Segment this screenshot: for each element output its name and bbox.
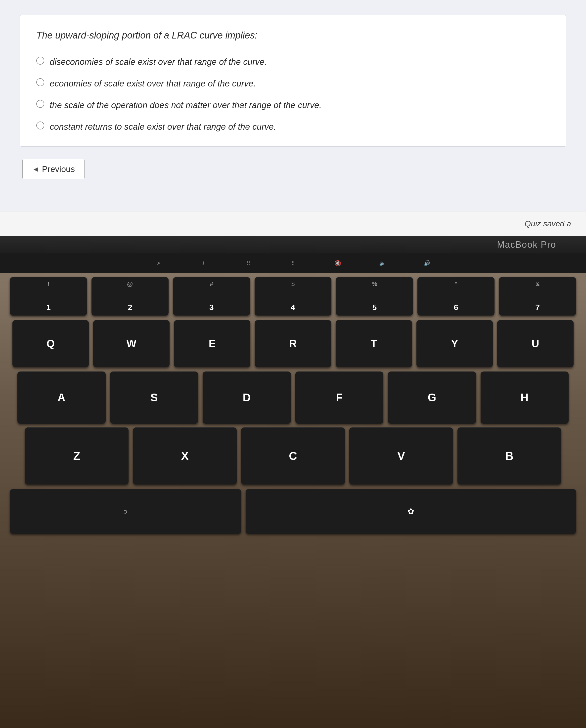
macbook-bezel: MacBook Pro (0, 236, 586, 254)
touchbar-mute[interactable]: 🔇 (328, 257, 348, 269)
key-7-symbol: & (499, 281, 576, 287)
option-label-1: diseconomies of scale exist over that ra… (50, 56, 267, 68)
key-q[interactable]: Q (13, 320, 89, 367)
key-5-number: 5 (336, 303, 413, 312)
key-1[interactable]: ! 1 (10, 277, 87, 316)
key-2-number: 2 (92, 303, 169, 312)
question-text: The upward-sloping portion of a LRAC cur… (36, 29, 550, 42)
key-6-number: 6 (417, 303, 494, 312)
key-e[interactable]: E (174, 320, 250, 367)
keyboard-row-numbers: ! 1 @ 2 # 3 $ 4 % 5 ^ 6 & 7 (0, 277, 586, 316)
question-container: The upward-sloping portion of a LRAC cur… (20, 15, 566, 147)
key-v[interactable]: V (349, 427, 453, 485)
key-2-symbol: @ (92, 281, 169, 287)
option-label-3: the scale of the operation does not matt… (50, 99, 321, 111)
key-3-symbol: # (173, 281, 250, 287)
keyboard-area: ☀ ☀ ⠿ ⠿ 🔇 🔈 🔊 ! 1 @ 2 # 3 $ 4 % 5 ^ (0, 254, 586, 728)
option-item-2[interactable]: economies of scale exist over that range… (36, 77, 550, 89)
radio-option-4[interactable] (36, 122, 44, 129)
option-item-3[interactable]: the scale of the operation does not matt… (36, 99, 550, 111)
key-t[interactable]: T (336, 320, 412, 367)
radio-option-3[interactable] (36, 100, 44, 108)
key-6[interactable]: ^ 6 (417, 277, 494, 316)
previous-button[interactable]: ◄ Previous (22, 159, 84, 179)
navigation-row: ◄ Previous (20, 159, 566, 179)
key-f[interactable]: F (295, 371, 384, 424)
key-5-symbol: % (336, 281, 413, 287)
touchbar-mission-control[interactable]: ⠿ (239, 257, 258, 269)
previous-arrow-icon: ◄ (32, 165, 40, 174)
option-label-2: economies of scale exist over that range… (50, 77, 256, 89)
key-s[interactable]: S (110, 371, 198, 424)
keyboard-row-bottom: ↄ ✿ (0, 489, 586, 534)
key-6-symbol: ^ (417, 281, 494, 287)
key-c[interactable]: C (241, 427, 345, 485)
options-list: diseconomies of scale exist over that ra… (36, 56, 550, 133)
previous-label: Previous (42, 164, 75, 174)
key-3-number: 3 (173, 303, 250, 312)
key-1-symbol: ! (10, 281, 87, 287)
keyboard-row-asdf: A S D F G H (0, 371, 586, 424)
option-label-4: constant returns to scale exist over tha… (50, 121, 276, 133)
key-3[interactable]: # 3 (173, 277, 250, 316)
key-x[interactable]: X (133, 427, 237, 485)
key-z[interactable]: Z (25, 427, 128, 485)
key-4-number: 4 (254, 303, 332, 312)
key-u[interactable]: U (497, 320, 573, 367)
macbook-logo: MacBook Pro (497, 239, 556, 250)
touchbar-launchpad[interactable]: ⠿ (283, 257, 303, 269)
key-w[interactable]: W (93, 320, 170, 367)
option-item-4[interactable]: constant returns to scale exist over tha… (36, 121, 550, 133)
touchbar-volume-up[interactable]: 🔊 (417, 257, 437, 269)
keyboard-row-zxcv: Z X C V B (0, 427, 586, 485)
key-7-number: 7 (499, 303, 576, 312)
radio-option-2[interactable] (36, 78, 44, 86)
key-ctrl[interactable]: ✿ (246, 489, 576, 534)
status-bar: Quiz saved a (0, 211, 586, 236)
key-h[interactable]: H (481, 371, 569, 424)
laptop-screen: The upward-sloping portion of a LRAC cur… (0, 0, 586, 236)
key-g[interactable]: G (388, 371, 476, 424)
key-y[interactable]: Y (416, 320, 493, 367)
key-2[interactable]: @ 2 (92, 277, 169, 316)
quiz-content: The upward-sloping portion of a LRAC cur… (0, 0, 586, 236)
key-7[interactable]: & 7 (499, 277, 576, 316)
option-item-1[interactable]: diseconomies of scale exist over that ra… (36, 56, 550, 68)
key-4-symbol: $ (254, 281, 332, 287)
touchbar-brightness-up[interactable]: ☀ (194, 257, 214, 269)
key-1-number: 1 (10, 303, 87, 312)
radio-option-1[interactable] (36, 57, 44, 64)
key-4[interactable]: $ 4 (254, 277, 332, 316)
key-b[interactable]: B (458, 427, 561, 485)
key-fn[interactable]: ↄ (10, 489, 241, 534)
touch-bar: ☀ ☀ ⠿ ⠿ 🔇 🔈 🔊 (0, 254, 586, 273)
key-a[interactable]: A (17, 371, 106, 424)
quiz-saved-status: Quiz saved a (524, 219, 571, 228)
touchbar-brightness-down[interactable]: ☀ (149, 257, 169, 269)
key-5[interactable]: % 5 (336, 277, 413, 316)
key-d[interactable]: D (203, 371, 291, 424)
touchbar-volume-down[interactable]: 🔈 (373, 257, 393, 269)
key-r[interactable]: R (255, 320, 331, 367)
keyboard-row-qwerty: Q W E R T Y U (0, 320, 586, 367)
